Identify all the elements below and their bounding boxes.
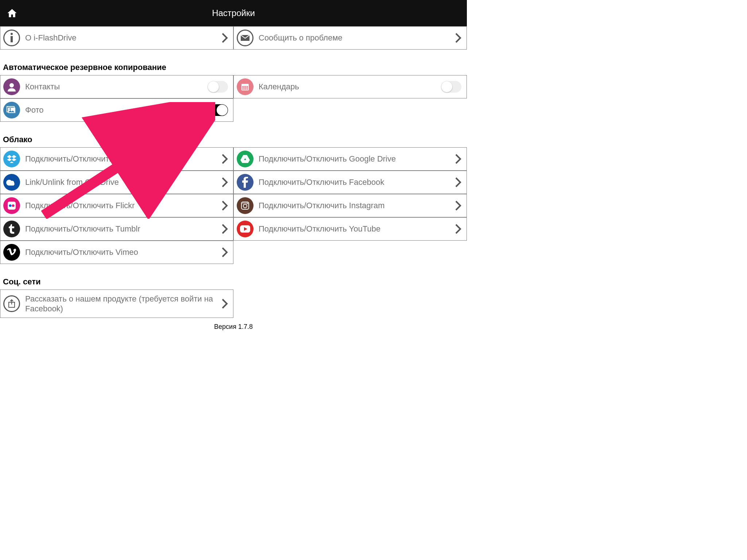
section-info: О i-FlashDrive Сообщить о проблеме: [0, 26, 467, 50]
app-header: Настройки: [0, 0, 467, 26]
svg-point-12: [9, 108, 11, 110]
calendar-toggle[interactable]: [441, 81, 461, 93]
chevron-right-icon: [455, 224, 461, 234]
onedrive-label: Link/Unlink from OneDrive: [25, 178, 221, 187]
report-row[interactable]: Сообщить о проблеме: [233, 26, 467, 50]
vimeo-row[interactable]: Подключить/Отключить Vimeo: [0, 241, 233, 264]
flickr-label: Подключить/Отключить Flickr: [25, 201, 221, 210]
facebook-icon: [237, 174, 253, 191]
svg-point-17: [243, 204, 247, 208]
about-label: О i-FlashDrive: [25, 33, 221, 43]
chevron-right-icon: [221, 177, 228, 187]
about-row[interactable]: О i-FlashDrive: [0, 26, 233, 50]
flickr-row[interactable]: Подключить/Отключить Flickr: [0, 194, 233, 217]
gdrive-label: Подключить/Отключить Google Drive: [259, 154, 455, 164]
chevron-right-icon: [221, 224, 228, 234]
dropbox-icon: [3, 151, 20, 167]
facebook-row[interactable]: Подключить/Отключить Facebook: [233, 171, 467, 194]
svg-rect-5: [242, 86, 248, 90]
page-title: Настройки: [0, 8, 467, 18]
info-icon: [3, 30, 20, 46]
contacts-toggle[interactable]: [208, 81, 228, 93]
chevron-right-icon: [221, 154, 228, 164]
youtube-label: Подключить/Отключить YouTube: [259, 224, 455, 234]
dropbox-row[interactable]: Подключить/Отключить Dropbox: [0, 147, 233, 171]
share-label: Рассказать о нашем продукте (требуется в…: [25, 294, 221, 314]
svg-point-19: [247, 203, 248, 204]
chevron-right-icon: [455, 201, 461, 211]
tumblr-label: Подключить/Отключить Tumblr: [25, 224, 221, 234]
calendar-label: Календарь: [259, 82, 441, 92]
contacts-icon: [3, 78, 20, 95]
tumblr-row[interactable]: Подключить/Отключить Tumblr: [0, 217, 233, 241]
chevron-right-icon: [221, 201, 228, 211]
youtube-icon: [237, 221, 253, 237]
instagram-row[interactable]: Подключить/Отключить Instagram: [233, 194, 467, 217]
facebook-label: Подключить/Отключить Facebook: [259, 178, 455, 187]
flickr-icon: [3, 197, 20, 214]
chevron-right-icon: [455, 177, 461, 187]
photos-label: Фото: [25, 105, 208, 115]
share-icon: [3, 295, 20, 312]
section-backup: Контакты Календарь Фото: [0, 75, 467, 122]
tumblr-icon: [3, 221, 20, 237]
social-heading: Соц. сети: [0, 264, 467, 289]
photos-toggle[interactable]: [208, 104, 228, 116]
svg-point-3: [9, 83, 14, 88]
instagram-label: Подключить/Отключить Instagram: [259, 201, 455, 210]
svg-rect-13: [8, 202, 16, 210]
mail-icon: [237, 30, 253, 46]
photos-row: Фото: [0, 98, 233, 122]
report-label: Сообщить о проблеме: [259, 33, 455, 43]
photos-icon: [3, 102, 20, 118]
section-social: Рассказать о нашем продукте (требуется в…: [0, 289, 467, 318]
vimeo-label: Подключить/Отключить Vimeo: [25, 248, 221, 257]
chevron-right-icon: [221, 247, 228, 257]
svg-point-14: [9, 205, 12, 207]
svg-rect-1: [11, 36, 13, 42]
contacts-label: Контакты: [25, 82, 208, 92]
dropbox-label: Подключить/Отключить Dropbox: [25, 154, 221, 164]
svg-point-0: [11, 33, 13, 35]
backup-heading: Автоматическое резервное копирование: [0, 50, 467, 75]
youtube-row[interactable]: Подключить/Отключить YouTube: [233, 217, 467, 241]
gdrive-row[interactable]: Подключить/Отключить Google Drive: [233, 147, 467, 171]
section-cloud: Подключить/Отключить Dropbox Подключить/…: [0, 147, 467, 264]
chevron-right-icon: [221, 33, 228, 43]
chevron-right-icon: [455, 154, 461, 164]
cloud-heading: Облако: [0, 122, 467, 147]
chevron-right-icon: [455, 33, 461, 43]
share-row[interactable]: Рассказать о нашем продукте (требуется в…: [0, 289, 233, 318]
contacts-row: Контакты: [0, 75, 233, 98]
onedrive-icon: [3, 174, 20, 191]
googledrive-icon: [237, 151, 253, 167]
calendar-icon: [237, 78, 253, 95]
instagram-icon: [237, 197, 253, 214]
version-label: Версия 1.7.8: [0, 318, 467, 331]
vimeo-icon: [3, 244, 20, 261]
chevron-right-icon: [221, 299, 228, 309]
calendar-row: Календарь: [233, 75, 467, 98]
onedrive-row[interactable]: Link/Unlink from OneDrive: [0, 171, 233, 194]
svg-point-15: [12, 205, 15, 207]
home-icon[interactable]: [7, 8, 18, 19]
